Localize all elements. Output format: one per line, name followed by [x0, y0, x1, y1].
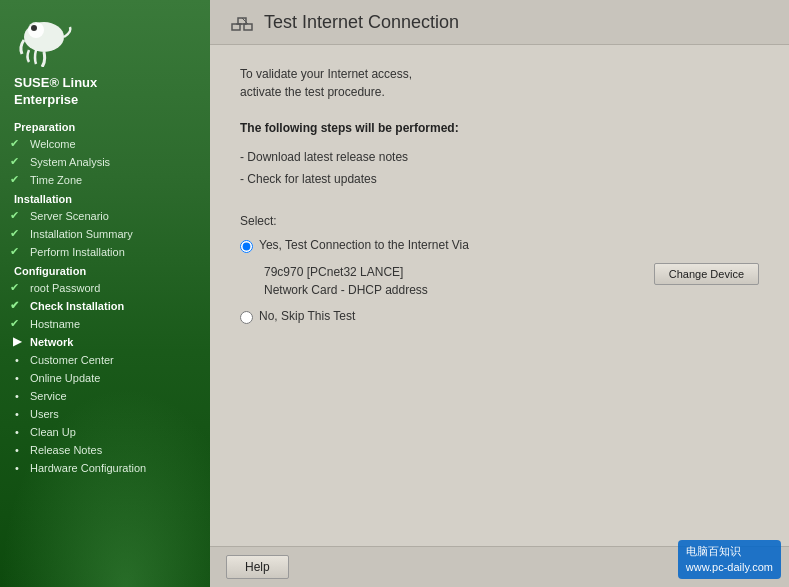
- sidebar-item-online-update[interactable]: • Online Update: [0, 369, 210, 387]
- page-title: Test Internet Connection: [264, 12, 459, 33]
- svg-point-2: [31, 25, 37, 31]
- svg-rect-3: [232, 24, 240, 30]
- sidebar-item-check-installation[interactable]: ✔ Check Installation: [0, 297, 210, 315]
- main-content: To validate your Internet access, activa…: [210, 45, 789, 546]
- bullet-icon: •: [10, 443, 24, 457]
- sidebar-item-time-zone[interactable]: ✔ Time Zone: [0, 171, 210, 189]
- device-text: 79c970 [PCnet32 LANCE] Network Card - DH…: [264, 263, 428, 299]
- check-icon: ✔: [10, 299, 24, 313]
- select-label: Select:: [240, 214, 759, 228]
- watermark: 电脑百知识 www.pc-daily.com: [678, 540, 781, 579]
- network-test-icon: [230, 10, 254, 34]
- device-info: 79c970 [PCnet32 LANCE] Network Card - DH…: [264, 263, 759, 299]
- sidebar-brand: SUSE® Linux Enterprise: [0, 75, 210, 117]
- bullet-icon: •: [10, 353, 24, 367]
- sidebar-item-network[interactable]: ▶ Network: [0, 333, 210, 351]
- radio-option-no: No, Skip This Test: [240, 309, 759, 324]
- intro-text: To validate your Internet access, activa…: [240, 65, 759, 101]
- sidebar-item-installation-summary[interactable]: ✔ Installation Summary: [0, 225, 210, 243]
- sidebar-item-release-notes[interactable]: • Release Notes: [0, 441, 210, 459]
- main-panel: Test Internet Connection To validate you…: [210, 0, 789, 587]
- check-icon: ✔: [10, 155, 24, 169]
- help-button[interactable]: Help: [226, 555, 289, 579]
- main-header: Test Internet Connection: [210, 0, 789, 45]
- bullet-icon: •: [10, 425, 24, 439]
- sidebar: SUSE® Linux Enterprise Preparation ✔ Wel…: [0, 0, 210, 587]
- bullet-icon: •: [10, 371, 24, 385]
- svg-line-7: [242, 24, 248, 30]
- radio-no-label: No, Skip This Test: [259, 309, 355, 323]
- check-icon: ✔: [10, 137, 24, 151]
- sidebar-item-service[interactable]: • Service: [0, 387, 210, 405]
- radio-no-input[interactable]: [240, 311, 253, 324]
- svg-rect-5: [244, 24, 252, 30]
- radio-yes-input[interactable]: [240, 240, 253, 253]
- sidebar-item-root-password[interactable]: ✔ root Password: [0, 279, 210, 297]
- sidebar-item-hostname[interactable]: ✔ Hostname: [0, 315, 210, 333]
- svg-line-8: [242, 18, 248, 24]
- check-icon: ✔: [10, 173, 24, 187]
- radio-option-yes: Yes, Test Connection to the Internet Via: [240, 238, 759, 253]
- sidebar-section-preparation: Preparation: [0, 117, 210, 135]
- chameleon-logo-icon: [14, 12, 74, 67]
- sidebar-item-perform-installation[interactable]: ✔ Perform Installation: [0, 243, 210, 261]
- step-2: - Check for latest updates: [240, 169, 759, 191]
- check-icon: ✔: [10, 245, 24, 259]
- sidebar-item-hardware-configuration[interactable]: • Hardware Configuration: [0, 459, 210, 477]
- radio-yes-label: Yes, Test Connection to the Internet Via: [259, 238, 469, 252]
- bullet-icon: •: [10, 389, 24, 403]
- sidebar-logo: [0, 0, 210, 75]
- sidebar-item-server-scenario[interactable]: ✔ Server Scenario: [0, 207, 210, 225]
- steps-list: - Download latest release notes - Check …: [240, 147, 759, 190]
- sidebar-item-customer-center[interactable]: • Customer Center: [0, 351, 210, 369]
- check-icon: ✔: [10, 227, 24, 241]
- check-icon: ✔: [10, 281, 24, 295]
- sidebar-item-users[interactable]: • Users: [0, 405, 210, 423]
- bullet-icon: •: [10, 407, 24, 421]
- step-1: - Download latest release notes: [240, 147, 759, 169]
- sidebar-section-installation: Installation: [0, 189, 210, 207]
- arrow-icon: ▶: [10, 335, 24, 349]
- check-icon: ✔: [10, 209, 24, 223]
- sidebar-item-system-analysis[interactable]: ✔ System Analysis: [0, 153, 210, 171]
- bullet-icon: •: [10, 461, 24, 475]
- sidebar-section-configuration: Configuration: [0, 261, 210, 279]
- sidebar-item-welcome[interactable]: ✔ Welcome: [0, 135, 210, 153]
- steps-heading: The following steps will be performed:: [240, 121, 759, 135]
- change-device-button[interactable]: Change Device: [654, 263, 759, 285]
- check-icon: ✔: [10, 317, 24, 331]
- sidebar-item-clean-up[interactable]: • Clean Up: [0, 423, 210, 441]
